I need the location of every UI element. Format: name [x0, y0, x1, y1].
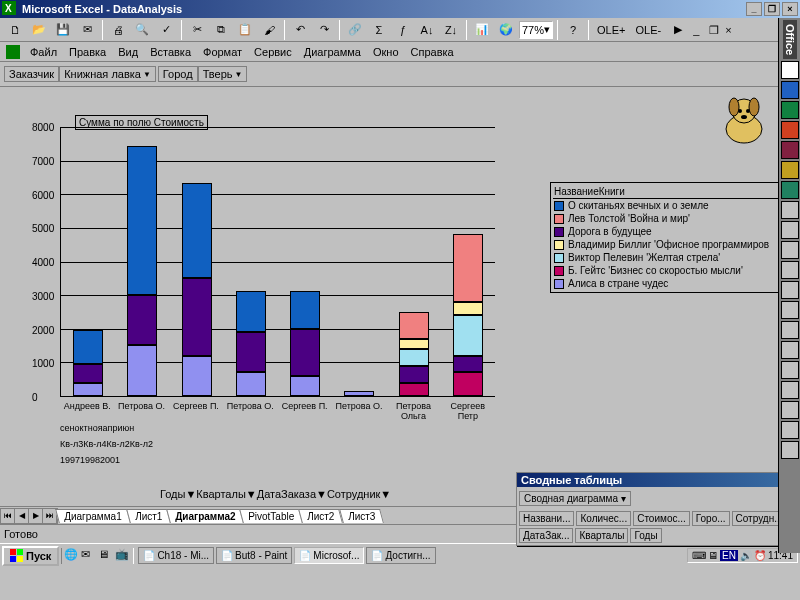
- bar-segment[interactable]: [290, 376, 320, 396]
- mail-icon[interactable]: ✉: [76, 20, 98, 40]
- ole-minus-button[interactable]: OLE-: [631, 24, 665, 36]
- zoom-combo[interactable]: 77% ▾: [519, 21, 553, 39]
- menu-edit[interactable]: Правка: [63, 44, 112, 60]
- taskbar-task[interactable]: 📄Достигн...: [366, 547, 435, 564]
- office-icon-access[interactable]: [781, 141, 799, 159]
- pivot-wizard-icon[interactable]: [633, 489, 651, 507]
- filter-orderdate[interactable]: ДатаЗаказа▼: [257, 488, 327, 500]
- pivot-fields-icon[interactable]: [713, 489, 731, 507]
- bar-segment[interactable]: [290, 291, 320, 328]
- chart-wizard-icon[interactable]: 📊: [471, 20, 493, 40]
- taskbar-task[interactable]: 📄Ch18 - Mi...: [138, 547, 214, 564]
- sheet-tab[interactable]: PivotTable: [239, 509, 303, 523]
- office-icon-17[interactable]: [781, 401, 799, 419]
- sheet-tab[interactable]: Диаграмма1: [55, 509, 130, 523]
- office-assistant-icon[interactable]: [714, 89, 774, 149]
- hyperlink-icon[interactable]: 🔗: [344, 20, 366, 40]
- tab-next-icon[interactable]: ▶: [29, 509, 43, 523]
- paste-icon[interactable]: 📋: [234, 20, 256, 40]
- office-icon-11[interactable]: [781, 281, 799, 299]
- sum-icon[interactable]: Σ: [368, 20, 390, 40]
- print-icon[interactable]: 🖨: [107, 20, 129, 40]
- legend-item[interactable]: О скитаньях вечных и о земле: [553, 199, 787, 212]
- menu-insert[interactable]: Вставка: [144, 44, 197, 60]
- tray-icon-4[interactable]: ⏰: [754, 550, 766, 561]
- tray-icon-3[interactable]: 🔊: [740, 550, 752, 561]
- bar-stack[interactable]: [453, 234, 483, 396]
- sheet-tab[interactable]: Лист3: [339, 509, 384, 523]
- bar-segment[interactable]: [453, 372, 483, 396]
- pivot-toolbar-title[interactable]: Сводные таблицы×: [517, 473, 795, 487]
- menu-format[interactable]: Формат: [197, 44, 248, 60]
- sheet-tab[interactable]: Лист1: [126, 509, 171, 523]
- legend-item[interactable]: Алиса в стране чудес: [553, 277, 787, 290]
- pivot-field[interactable]: Количес...: [576, 511, 631, 526]
- filter-years[interactable]: Годы▼: [160, 488, 196, 500]
- bar-segment[interactable]: [453, 356, 483, 373]
- tray-icon-2[interactable]: 🖥: [708, 550, 718, 561]
- bar-segment[interactable]: [399, 349, 429, 366]
- pivot-settings-icon[interactable]: [693, 489, 711, 507]
- tab-first-icon[interactable]: ⏮: [1, 509, 15, 523]
- chart-legend[interactable]: НазваниеКниги О скитаньях вечных и о зем…: [550, 182, 790, 293]
- redo-icon[interactable]: ↷: [313, 20, 335, 40]
- bar-stack[interactable]: [236, 291, 266, 396]
- bar-segment[interactable]: [182, 278, 212, 356]
- office-icon-ppt[interactable]: [781, 121, 799, 139]
- filter-customer-value[interactable]: Книжная лавка▼: [59, 66, 156, 82]
- menu-diagram[interactable]: Диаграмма: [298, 44, 367, 60]
- map-icon[interactable]: 🌍: [495, 20, 517, 40]
- menu-window[interactable]: Окно: [367, 44, 405, 60]
- office-icon-7[interactable]: [781, 201, 799, 219]
- doc-restore-button[interactable]: ❐: [709, 24, 723, 36]
- tab-prev-icon[interactable]: ◀: [15, 509, 29, 523]
- bar-stack[interactable]: [290, 291, 320, 396]
- ql-icon-1[interactable]: 🌐: [64, 548, 80, 564]
- bar-segment[interactable]: [399, 312, 429, 339]
- pivot-refresh-icon[interactable]: [673, 489, 691, 507]
- menu-view[interactable]: Вид: [112, 44, 144, 60]
- office-icon-outlook[interactable]: [781, 161, 799, 179]
- pivot-field[interactable]: Кварталы: [575, 528, 628, 543]
- bar-segment[interactable]: [182, 356, 212, 397]
- tray-icon-1[interactable]: ⌨: [692, 550, 706, 561]
- sort-desc-icon[interactable]: Z↓: [440, 20, 462, 40]
- legend-item[interactable]: Лев Толстой 'Война и мир': [553, 212, 787, 225]
- bar-segment[interactable]: [127, 146, 157, 295]
- quick-launch[interactable]: 🌐 ✉ 🖥 📺: [61, 548, 134, 564]
- tray-lang[interactable]: EN: [720, 550, 738, 561]
- office-icon-excel[interactable]: [781, 101, 799, 119]
- bar-segment[interactable]: [399, 339, 429, 349]
- filter-employee[interactable]: Сотрудник▼: [327, 488, 391, 500]
- restore-button[interactable]: ❐: [764, 2, 780, 16]
- pivot-field[interactable]: Стоимос...: [633, 511, 690, 526]
- pivot-hide-icon[interactable]: [653, 489, 671, 507]
- bar-segment[interactable]: [236, 291, 266, 332]
- office-shortcut-bar[interactable]: Office: [778, 18, 800, 553]
- bar-segment[interactable]: [236, 372, 266, 396]
- bar-segment[interactable]: [399, 383, 429, 397]
- bar-segment[interactable]: [399, 366, 429, 383]
- bar-segment[interactable]: [73, 383, 103, 397]
- bar-segment[interactable]: [453, 315, 483, 356]
- bar-segment[interactable]: [290, 329, 320, 376]
- help-icon[interactable]: ?: [562, 20, 584, 40]
- ql-icon-2[interactable]: ✉: [81, 548, 97, 564]
- bar-segment[interactable]: [344, 391, 374, 396]
- ql-icon-3[interactable]: 🖥: [98, 548, 114, 564]
- pivot-toolbar[interactable]: Сводные таблицы× Сводная диаграмма ▾ Наз…: [516, 472, 796, 546]
- filter-city-value[interactable]: Тверь▼: [198, 66, 248, 82]
- chart-area[interactable]: Сумма по полю Стоимость Андреев В.Петров…: [0, 87, 800, 507]
- start-button[interactable]: Пуск: [2, 546, 59, 566]
- doc-minimize-button[interactable]: _: [693, 24, 707, 36]
- new-icon[interactable]: 🗋: [4, 20, 26, 40]
- office-icon-word[interactable]: [781, 81, 799, 99]
- pivot-field[interactable]: Годы: [630, 528, 661, 543]
- filter-quarters[interactable]: Кварталы▼: [196, 488, 256, 500]
- office-icon-10[interactable]: [781, 261, 799, 279]
- open-icon[interactable]: 📂: [28, 20, 50, 40]
- copy-icon[interactable]: ⧉: [210, 20, 232, 40]
- office-icon-1[interactable]: [781, 61, 799, 79]
- menu-file[interactable]: Файл: [24, 44, 63, 60]
- close-button[interactable]: ×: [782, 2, 798, 16]
